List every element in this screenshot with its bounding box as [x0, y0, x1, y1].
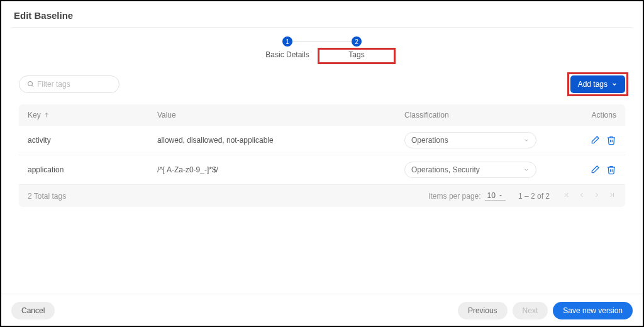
delete-button[interactable]: [606, 135, 616, 145]
delete-button[interactable]: [606, 165, 616, 175]
filter-tags-input[interactable]: [37, 80, 111, 89]
step-number-1: 1: [282, 36, 292, 47]
page-prev-button[interactable]: [577, 191, 586, 201]
step-label-1: Basic Details: [265, 50, 309, 59]
caret-down-icon: [498, 193, 503, 198]
svg-point-0: [28, 82, 33, 86]
step-basic-details[interactable]: 1 Basic Details: [253, 36, 322, 59]
pagination-controls: [562, 191, 616, 201]
last-page-icon: [608, 191, 616, 199]
cell-key: activity: [28, 136, 157, 145]
footer-bar: Cancel Previous Next Save new version: [1, 294, 643, 319]
page-last-button[interactable]: [608, 191, 616, 201]
cell-value: allowed, disallowed, not-applicable: [157, 136, 404, 145]
table-header: Key Value Classification Actions: [19, 104, 625, 126]
trash-icon: [606, 165, 616, 175]
previous-button[interactable]: Previous: [458, 302, 508, 319]
page-title: Edit Baseline: [11, 10, 633, 27]
page-first-button[interactable]: [562, 191, 571, 201]
stepper: 1 Basic Details 2 Tags: [11, 36, 633, 59]
col-header-value[interactable]: Value: [157, 111, 404, 119]
col-header-actions: Actions: [557, 111, 616, 119]
step-tags[interactable]: 2 Tags: [322, 36, 391, 59]
divider: [11, 27, 633, 28]
page-next-button[interactable]: [592, 191, 601, 201]
cell-key: application: [28, 165, 157, 174]
table-row: activity allowed, disallowed, not-applic…: [19, 126, 625, 155]
col-header-key[interactable]: Key: [28, 111, 157, 119]
step-label-2: Tags: [348, 50, 364, 59]
col-header-classification[interactable]: Classification: [404, 111, 557, 119]
table-row: application /^[ A-Za-z0-9_-]*$/ Operatio…: [19, 155, 625, 185]
edit-button[interactable]: [590, 165, 600, 175]
edit-button[interactable]: [590, 135, 600, 145]
chevron-down-icon: [523, 167, 530, 173]
cancel-button[interactable]: Cancel: [11, 302, 55, 319]
add-tags-button[interactable]: Add tags: [570, 75, 625, 93]
pencil-icon: [590, 135, 600, 145]
add-tags-label: Add tags: [578, 80, 608, 89]
next-button[interactable]: Next: [513, 302, 548, 319]
pagination-range: 1 – 2 of 2: [518, 192, 550, 201]
svg-marker-3: [499, 195, 502, 196]
table-footer: 2 Total tags Items per page: 10 1 – 2 of…: [19, 185, 625, 207]
filter-tags-field[interactable]: [19, 75, 119, 93]
items-per-page-value: 10: [487, 191, 496, 200]
chevron-left-icon: [578, 191, 586, 199]
pencil-icon: [590, 165, 600, 175]
step-connector: [292, 41, 352, 42]
classification-value: Operations: [411, 136, 448, 145]
classification-select[interactable]: Operations: [404, 132, 536, 148]
step-number-2: 2: [352, 36, 362, 47]
search-icon: [27, 80, 35, 88]
chevron-down-icon: [611, 81, 618, 87]
items-per-page-label: Items per page:: [428, 192, 480, 201]
sort-asc-icon: [43, 112, 50, 118]
classification-select[interactable]: Operations, Security: [404, 162, 536, 178]
items-per-page-select[interactable]: 10: [485, 191, 506, 201]
save-new-version-button[interactable]: Save new version: [553, 302, 633, 319]
svg-line-1: [32, 86, 34, 87]
chevron-down-icon: [523, 137, 530, 143]
cell-value: /^[ A-Za-z0-9_-]*$/: [157, 165, 404, 174]
total-tags-label: 2 Total tags: [28, 192, 66, 201]
first-page-icon: [563, 191, 570, 199]
trash-icon: [606, 135, 616, 145]
chevron-right-icon: [593, 191, 601, 199]
classification-value: Operations, Security: [411, 165, 480, 174]
col-header-key-label: Key: [28, 111, 41, 119]
